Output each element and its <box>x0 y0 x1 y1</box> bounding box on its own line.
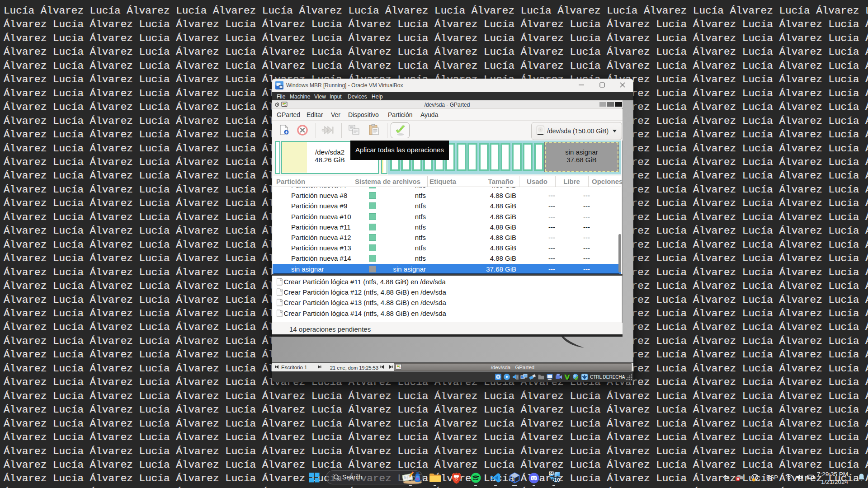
svg-text:64: 64 <box>550 472 553 475</box>
svg-text:10: 10 <box>554 477 560 483</box>
